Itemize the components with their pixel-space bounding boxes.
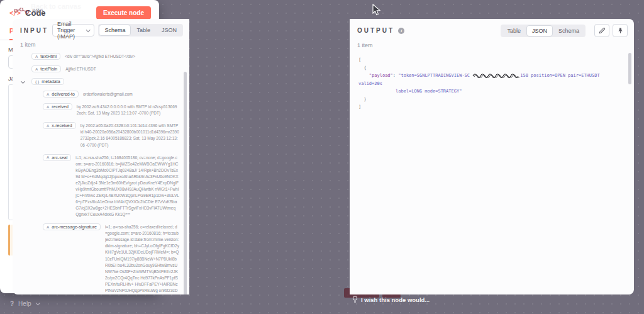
pencil-icon [599,27,606,34]
input-source-select[interactable]: Email Trigger (IMAP) [52,24,94,36]
input-items-count: 1 item [13,40,189,52]
output-panel-title: OUTPUT [357,27,394,34]
json-token: "payload" [358,73,393,78]
schema-row-arc-seal[interactable]: Aarc-seali=1; a=rsa-sha256; t=1684005186… [43,154,179,218]
json-line: label=LONG mode=STRATEGY" [358,87,625,96]
schema-value: <div dir="auto">Ajjfkd ETHUSDT</div> [65,53,135,60]
back-to-canvas-button[interactable]: ← Back to canvas [19,3,81,10]
schema-key-label: delivered-to [52,92,75,96]
input-panel-header: INPUT Email Trigger (IMAP) SchemaTableJS… [13,19,189,40]
schema-key-label: metadata [42,79,60,84]
schema-key-label: textHtml [40,54,57,59]
expand-chevron-icon[interactable] [21,79,25,84]
schema-value: i=1; a=rsa-sha256; c=relaxed/relaxed; d=… [105,223,179,294]
string-type-icon: A [35,55,38,59]
output-scrollbar[interactable] [628,53,631,84]
schema-key-pill[interactable]: { }metadata [31,78,64,85]
input-scrollbar[interactable] [184,72,187,294]
schema-key-pill[interactable]: Ax-received [43,122,76,129]
schema-row-textHtml[interactable]: AtextHtml<div dir="auto">Ajjfkd ETHUSDT<… [31,53,179,60]
schema-value: orderflowalerts@gmail.com [83,91,133,98]
output-header-actions [594,24,628,37]
mouse-cursor [372,4,381,16]
schema-value: i=1; a=rsa-sha256; t=1684005186; cv=none… [75,154,179,218]
schema-row-x-received[interactable]: Ax-receivedby 2002:a05:6a20:4328:b0:101:… [43,122,179,148]
schema-value: Ajjfkd ETHUSDT [65,65,96,72]
help-menu[interactable]: ? Help [10,300,39,307]
json-line: ] [358,103,625,111]
output-tab-json[interactable]: JSON [526,25,553,36]
schema-key-pill[interactable]: Areceived [43,103,72,110]
json-token: } [358,97,367,102]
schema-value: by 2002:a05:6a20:4328:b0:101:1d1d:4396 w… [80,122,179,148]
string-type-icon: A [47,155,49,159]
input-tab-json[interactable]: JSON [156,25,182,36]
input-source-select-value: Email Trigger (IMAP) [57,21,82,40]
string-type-icon: A [47,124,49,128]
json-line: { [358,64,625,72]
string-type-icon: A [47,93,49,96]
output-view-tabs: TableJSONSchema [501,25,586,37]
json-token: "token=SGNLPTTRADINGVIEW-SC [398,73,472,78]
schema-key-pill[interactable]: AtextPlain [31,65,61,72]
json-line: "payload": "token=SGNLPTTRADINGVIEW-SC 1… [358,72,625,87]
schema-key-label: textPlain [40,67,57,71]
schema-key-label: received [52,104,68,109]
back-to-canvas-label: Back to canvas [31,3,81,10]
input-tab-schema[interactable]: Schema [99,25,131,36]
json-line: } [358,96,625,104]
json-token: label=LONG mode=STRATEGY" [358,89,462,94]
schema-row-textPlain[interactable]: AtextPlainAjjfkd ETHUSDT [31,65,179,72]
schema-row-metadata[interactable]: { }metadata [31,78,179,85]
schema-key-label: arc-message-signature [52,225,97,229]
string-type-icon: A [47,225,49,229]
output-panel: OUTPUT i TableJSONSchema 1 item [ { "pay… [350,19,634,294]
json-token: { [358,65,367,70]
input-tab-table[interactable]: Table [131,25,156,36]
json-token: [ [358,57,361,62]
output-panel-header: OUTPUT i TableJSONSchema [350,19,634,41]
chevron-down-icon [86,28,91,32]
output-tab-schema[interactable]: Schema [553,25,585,36]
schema-key-pill[interactable]: AtextHtml [31,53,60,60]
output-items-count: 1 item [350,41,634,52]
lightbulb-icon [352,296,358,303]
node-feedback-label: I wish this node would... [361,296,430,303]
help-label: Help [18,300,31,307]
json-token: ] [358,104,361,109]
input-view-tabs: SchemaTableJSON [98,24,183,36]
object-type-icon: { } [35,80,39,84]
edit-output-button[interactable] [594,24,609,37]
schema-key-label: x-received [52,123,72,128]
execute-node-button[interactable]: Execute node [96,6,151,20]
schema-row-delivered-to[interactable]: Adelivered-toorderflowalerts@gmail.com [43,91,179,98]
string-type-icon: A [35,67,38,71]
schema-row-received[interactable]: Areceivedby 2002:ac9:4342:0:0:0:0:0 with… [43,103,179,116]
schema-key-label: arc-seal [52,155,67,160]
schema-key-pill[interactable]: Aarc-seal [43,154,71,161]
schema-key-pill[interactable]: Adelivered-to [43,91,79,98]
question-icon: ? [10,300,14,307]
schema-key-pill[interactable]: Aarc-message-signature [43,223,101,230]
input-panel: INPUT Email Trigger (IMAP) SchemaTableJS… [13,19,189,294]
chevron-down-icon [35,301,40,305]
schema-value: by 2002:ac9:4342:0:0:0:0:0 with SMTP id … [77,103,179,116]
string-type-icon: A [47,105,49,109]
input-panel-title: INPUT [20,27,48,34]
back-arrow-icon: ← [19,3,27,10]
input-schema-tree: AtextHtml<div dir="auto">Ajjfkd ETHUSDT<… [13,52,189,294]
json-token: : [393,73,398,78]
pin-output-button[interactable] [613,24,628,37]
pin-icon [617,27,624,34]
info-icon: i [398,28,404,34]
json-line: [ [358,56,625,64]
node-feedback-button[interactable]: I wish this node would... [352,296,430,303]
output-tab-table[interactable]: Table [501,25,526,36]
redaction-scribble [472,73,520,78]
output-json-view: [ { "payload": "token=SGNLPTTRADINGVIEW-… [350,52,634,115]
schema-row-arc-message-signature[interactable]: Aarc-message-signaturei=1; a=rsa-sha256;… [43,223,179,294]
